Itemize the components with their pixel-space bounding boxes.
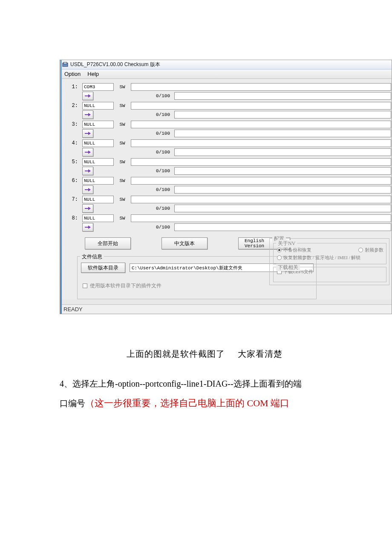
port-row-5: 5: SW — [60, 158, 392, 166]
start-arrow-button[interactable] — [82, 92, 93, 100]
progress-count: 0/100 — [148, 112, 172, 117]
port-input[interactable] — [82, 196, 114, 203]
file-legend: 文件信息 — [80, 253, 104, 260]
menu-help[interactable]: Help — [87, 71, 99, 77]
port-row-3: 3: SW — [60, 121, 392, 128]
nv-rf-label: 射频参数 — [365, 247, 383, 253]
nv-restore-radio[interactable] — [277, 255, 282, 260]
progress-bar — [174, 148, 391, 156]
start-arrow-button[interactable] — [82, 223, 93, 231]
window-title: USDL_P726CV1.00.00 Checksum 版本 — [70, 61, 160, 68]
nv-rf-radio[interactable] — [358, 248, 363, 252]
config-area: 配置 关于NV 不备份和恢复 射频参数 恢复射频参数 / 蓝牙地址 / — [268, 237, 391, 287]
app-window: USDL_P726CV1.00.00 Checksum 版本 Option He… — [60, 60, 392, 314]
caption-line1: 上面的图就是软件截图了 大家看清楚 — [60, 348, 349, 360]
sw-label: SW — [116, 178, 128, 183]
progress-count: 0/100 — [148, 168, 172, 173]
progress-count: 0/100 — [148, 187, 172, 192]
progress-row-6: 0/100 — [60, 185, 392, 196]
progress-bar — [174, 205, 391, 212]
statusbar: READY — [60, 304, 392, 314]
sw-label: SW — [116, 122, 128, 127]
nv-none-label: 不备份和恢复 — [283, 247, 311, 253]
sw-label: SW — [116, 216, 128, 221]
progress-row-1: 0/100 — [60, 91, 392, 102]
port-index: 1: — [67, 84, 80, 90]
nv-none-radio[interactable] — [277, 248, 282, 252]
caption-line2: 4、选择左上角-option--portconfig--line1-DIAG--… — [60, 374, 349, 413]
port-row-6: 6: SW — [60, 177, 392, 185]
start-arrow-button[interactable] — [82, 185, 93, 194]
progress-count: 0/100 — [148, 150, 172, 155]
status-box — [131, 139, 391, 147]
port-input[interactable] — [82, 158, 114, 166]
status-box — [131, 177, 391, 185]
port-input[interactable] — [82, 139, 114, 147]
progress-count: 0/100 — [148, 206, 172, 211]
port-index: 8: — [67, 215, 80, 221]
progress-row-5: 0/100 — [60, 166, 392, 177]
nv-legend: 关于NV — [276, 240, 297, 247]
start-arrow-button[interactable] — [82, 129, 93, 138]
port-input[interactable] — [82, 83, 114, 91]
port-index: 7: — [67, 197, 80, 202]
nv-restore-label: 恢复射频参数 / 蓝牙地址 / IMEI / 解锁 — [283, 254, 361, 261]
progress-row-3: 0/100 — [60, 128, 392, 139]
progress-bar — [174, 92, 391, 100]
start-arrow-button[interactable] — [82, 204, 93, 213]
use-plugin-label: 使用版本软件目录下的插件文件 — [90, 282, 161, 289]
progress-count: 0/100 — [148, 225, 172, 230]
sw-label: SW — [116, 84, 128, 90]
menubar: Option Help — [60, 69, 392, 79]
status-box — [131, 196, 391, 203]
start-arrow-button[interactable] — [82, 110, 93, 119]
svg-rect-1 — [63, 62, 67, 64]
port-row-2: 2: SW — [60, 102, 392, 110]
status-box — [131, 121, 391, 128]
client-area: 1: SW 0/100 2: SW — [60, 79, 392, 299]
progress-row-2: 0/100 — [60, 110, 392, 121]
port-row-1: 1: SW — [60, 83, 392, 91]
port-index: 5: — [67, 159, 80, 165]
status-box — [131, 158, 391, 166]
progress-count: 0/100 — [148, 93, 172, 98]
sw-label: SW — [116, 141, 128, 146]
app-icon — [62, 61, 69, 68]
port-row-4: 4: SW — [60, 139, 392, 147]
progress-count: 0/100 — [148, 131, 172, 136]
titlebar: USDL_P726CV1.00.00 Checksum 版本 — [60, 60, 392, 69]
caption-red: （这一步很重要，选择自己电脑上面的 COM 端口 — [85, 398, 289, 408]
progress-bar — [174, 223, 391, 231]
port-input[interactable] — [82, 214, 114, 222]
sw-label: SW — [116, 197, 128, 202]
port-index: 2: — [67, 103, 80, 109]
progress-bar — [174, 186, 391, 194]
chinese-version-button[interactable]: 中文版本 — [161, 237, 208, 249]
progress-bar — [174, 130, 391, 137]
caption-text: 口编号 — [60, 399, 85, 408]
port-index: 6: — [67, 178, 80, 184]
progress-row-8: 0/100 — [60, 222, 392, 233]
port-row-7: 7: SW — [60, 196, 392, 203]
port-input[interactable] — [82, 102, 114, 110]
sw-label: SW — [116, 103, 128, 108]
status-ready: READY — [63, 306, 83, 312]
start-arrow-button[interactable] — [82, 167, 93, 175]
dl-legend: 下载相关 — [276, 264, 300, 271]
progress-row-4: 0/100 — [60, 147, 392, 158]
caption-text: 4、选择左上角-option--portconfig--line1-DIAG--… — [60, 379, 302, 388]
menu-option[interactable]: Option — [64, 71, 81, 77]
port-input[interactable] — [82, 177, 114, 185]
port-index: 4: — [67, 140, 80, 146]
start-all-button[interactable]: 全部开始 — [85, 237, 131, 249]
status-box — [131, 83, 391, 91]
sw-label: SW — [116, 159, 128, 165]
progress-bar — [174, 111, 391, 119]
use-plugin-checkbox[interactable] — [83, 283, 87, 288]
port-row-8: 8: SW — [60, 214, 392, 222]
port-input[interactable] — [82, 121, 114, 128]
caption-area: 上面的图就是软件截图了 大家看清楚 4、选择左上角-option--portco… — [0, 314, 392, 431]
software-dir-button[interactable]: 软件版本目录 — [81, 263, 125, 273]
progress-bar — [174, 167, 391, 175]
start-arrow-button[interactable] — [82, 148, 93, 156]
